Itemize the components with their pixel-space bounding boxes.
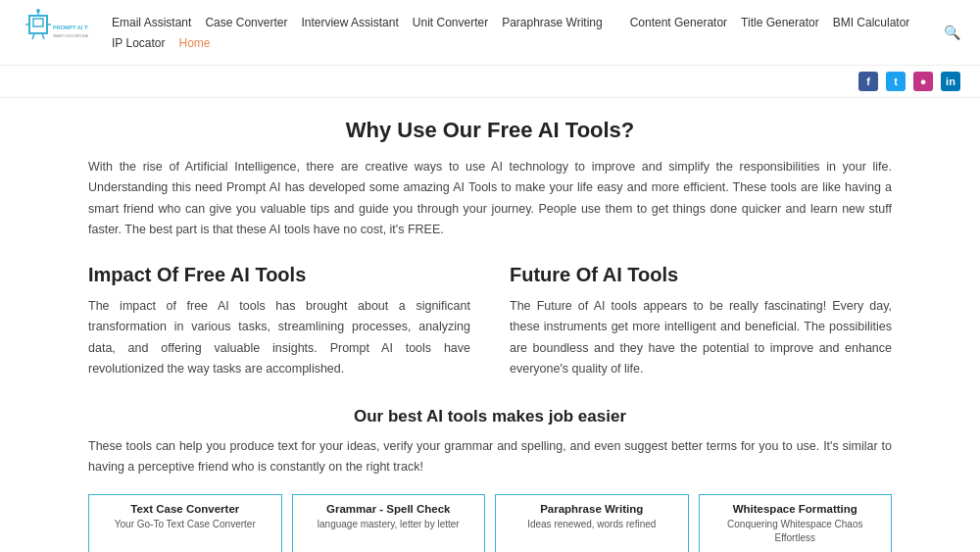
facebook-icon[interactable]: f [858,72,878,91]
logo[interactable]: PROMPT AI TOOLS SMART EDUCATIONAL TOOLS [20,8,88,57]
svg-text:SMART EDUCATIONAL TOOLS: SMART EDUCATIONAL TOOLS [53,34,88,38]
best-tools-desc: These tools can help you produce text fo… [88,436,892,478]
search-button[interactable]: 🔍 [944,25,960,40]
best-tools-section: Our best AI tools makes job easier These… [88,407,892,552]
impact-col: Impact Of Free AI Tools The impact of fr… [88,264,470,379]
search-area[interactable]: 🔍 [944,25,960,40]
future-text: The Future of AI tools appears to be rea… [510,296,892,379]
navigation: PROMPT AI TOOLS SMART EDUCATIONAL TOOLS … [0,0,980,66]
tool-card-grammar-sub: language mastery, letter by letter [303,518,475,531]
svg-rect-1 [33,19,43,26]
nav-home[interactable]: Home [178,36,210,50]
nav-bmi-calculator[interactable]: BMI Calculator [833,16,910,30]
hero-intro: With the rise of Artificial Intelligence… [88,157,892,240]
nav-email-assistant[interactable]: Email Assistant [112,16,191,30]
tool-card-paraphrase[interactable]: Paraphrase Writing Ideas renewed, words … [495,494,689,553]
nav-title-generator[interactable]: Title Generator [741,16,819,30]
two-col-section: Impact Of Free AI Tools The impact of fr… [88,264,892,379]
hero-section: Why Use Our Free AI Tools? With the rise… [88,118,892,240]
nav-case-converter[interactable]: Case Converter [205,16,287,30]
main-content: Why Use Our Free AI Tools? With the rise… [69,98,911,552]
impact-text: The impact of free AI tools has brought … [88,296,470,379]
nav-paraphrase-writing[interactable]: Paraphrase Writing [502,16,603,30]
future-heading: Future Of AI Tools [510,264,892,286]
hero-title: Why Use Our Free AI Tools? [88,118,892,143]
nav-interview-assistant[interactable]: Interview Assistant [301,16,398,30]
nav-content-generator[interactable]: Content Generator [630,16,727,30]
tool-card-grammar-title: Grammar - Spell Check [303,503,475,515]
tool-card-text-case-sub: Your Go-To Text Case Converter [99,518,271,531]
future-col: Future Of AI Tools The Future of AI tool… [510,264,892,379]
tool-card-whitespace[interactable]: Whitespace Formatting Conquering Whitesp… [699,494,893,553]
best-tools-title: Our best AI tools makes job easier [88,407,892,427]
tool-card-whitespace-title: Whitespace Formatting [710,503,882,515]
tool-card-grammar[interactable]: Grammar - Spell Check language mastery, … [292,494,486,553]
svg-point-3 [36,9,40,13]
nav-links: Email Assistant Case Converter Interview… [112,16,940,50]
impact-heading: Impact Of Free AI Tools [88,264,470,286]
linkedin-icon[interactable]: in [941,72,960,91]
tool-card-text-case-title: Text Case Converter [99,503,271,515]
tool-card-text-case[interactable]: Text Case Converter Your Go-To Text Case… [88,494,282,553]
tool-card-whitespace-sub: Conquering Whitespace Chaos Effortless [710,518,882,545]
tool-card-paraphrase-sub: Ideas renewed, words refined [506,518,678,531]
svg-text:PROMPT AI TOOLS: PROMPT AI TOOLS [53,25,88,30]
instagram-icon[interactable]: ● [913,72,933,91]
social-bar: f t ● in [0,66,980,98]
nav-unit-converter[interactable]: Unit Converter [413,16,488,30]
nav-ip-locator[interactable]: IP Locator [112,36,165,50]
tool-cards-row1: Text Case Converter Your Go-To Text Case… [88,494,892,553]
tool-card-paraphrase-title: Paraphrase Writing [506,503,678,515]
twitter-icon[interactable]: t [886,72,906,91]
